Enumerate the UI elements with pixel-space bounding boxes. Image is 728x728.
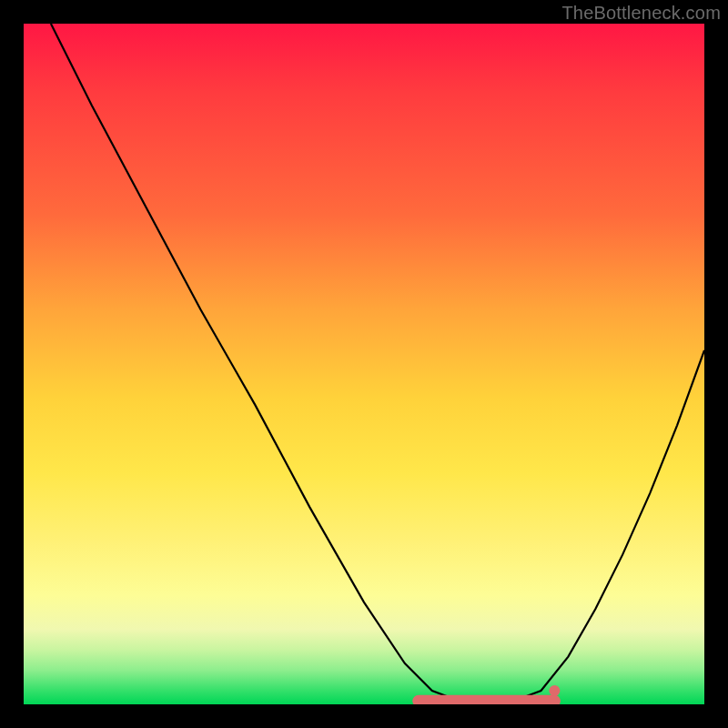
chart-frame: TheBottleneck.com	[0, 0, 728, 728]
bottleneck-curve	[24, 24, 704, 704]
marker-dot	[549, 685, 560, 696]
plot-area	[24, 24, 704, 704]
curve-line	[51, 24, 704, 701]
attribution-text: TheBottleneck.com	[561, 3, 721, 24]
